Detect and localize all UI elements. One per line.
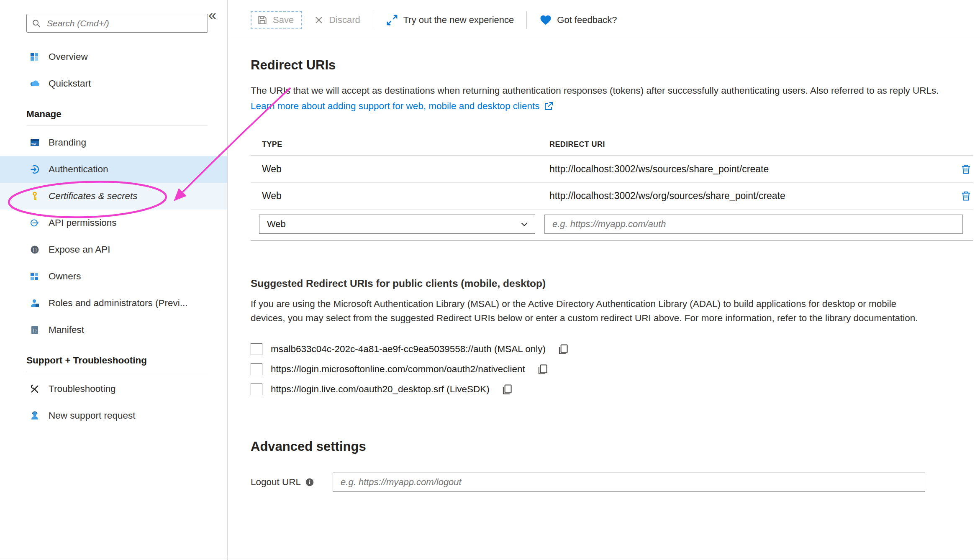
manifest-icon: { } bbox=[29, 325, 40, 335]
column-header-type: TYPE bbox=[251, 140, 549, 149]
branding-icon: ww bbox=[29, 137, 40, 148]
cell-redirect-uri: http://localhost:3002/ws/org/sources/sha… bbox=[549, 190, 947, 202]
troubleshooting-icon bbox=[29, 384, 40, 394]
save-button[interactable]: Save bbox=[251, 11, 302, 29]
copy-icon bbox=[557, 343, 569, 355]
cell-type: Web bbox=[251, 164, 549, 175]
overview-icon bbox=[29, 51, 40, 62]
external-link-icon bbox=[544, 101, 554, 111]
search-input[interactable] bbox=[46, 18, 203, 29]
redirect-description: The URIs that we will accept as destinat… bbox=[251, 84, 972, 97]
sidebar-item-certificates-secrets[interactable]: Certificates & secrets bbox=[0, 183, 227, 210]
toolbar-separator bbox=[373, 11, 373, 29]
sidebar-item-manifest[interactable]: { } Manifest bbox=[0, 317, 227, 343]
try-new-experience-icon bbox=[386, 14, 398, 26]
owners-icon bbox=[29, 271, 40, 282]
sidebar-item-label: Owners bbox=[49, 271, 81, 282]
delete-uri-button[interactable] bbox=[960, 190, 972, 202]
main-pane: Save Discard Try out the new experience bbox=[228, 0, 980, 560]
sidebar-item-authentication[interactable]: Authentication bbox=[0, 156, 227, 183]
cell-type: Web bbox=[251, 190, 549, 202]
api-permissions-icon bbox=[29, 217, 40, 228]
column-header-redirect-uri: REDIRECT URI bbox=[549, 140, 947, 149]
suggested-option-label: https://login.microsoftonline.com/common… bbox=[271, 364, 525, 375]
save-icon bbox=[257, 15, 268, 26]
sidebar-item-expose-api[interactable]: { } Expose an API bbox=[0, 236, 227, 263]
chevron-down-icon bbox=[520, 220, 529, 229]
sidebar-item-label: New support request bbox=[49, 410, 136, 421]
table-header-row: TYPE REDIRECT URI bbox=[251, 133, 973, 156]
trash-icon bbox=[960, 164, 972, 175]
cell-redirect-uri: http://localhost:3002/ws/sources/share_p… bbox=[549, 164, 947, 175]
sidebar-nav: Overview Quickstart Manage ww Branding bbox=[0, 43, 227, 429]
page-title: Redirect URIs bbox=[251, 58, 972, 73]
sidebar-item-label: Roles and administrators (Previ... bbox=[49, 298, 188, 309]
sidebar-item-quickstart[interactable]: Quickstart bbox=[0, 70, 227, 97]
info-icon[interactable] bbox=[305, 478, 314, 487]
azure-portal-page: « Overview Quickstart Manage ww Br bbox=[0, 0, 980, 560]
sidebar-item-owners[interactable]: Owners bbox=[0, 263, 227, 290]
sidebar-item-branding[interactable]: ww Branding bbox=[0, 129, 227, 156]
copy-button[interactable] bbox=[536, 363, 549, 376]
try-new-experience-label: Try out the new experience bbox=[403, 15, 514, 26]
svg-text:ww: ww bbox=[31, 142, 36, 146]
trash-icon bbox=[960, 190, 972, 202]
discard-icon bbox=[314, 15, 324, 25]
checkbox[interactable] bbox=[251, 343, 262, 355]
uri-type-selected-value: Web bbox=[267, 219, 286, 230]
table-row: Web http://localhost:3002/ws/sources/sha… bbox=[251, 156, 973, 183]
table-row: Web http://localhost:3002/ws/org/sources… bbox=[251, 183, 973, 210]
svg-text:{ }: { } bbox=[33, 248, 37, 252]
advanced-settings-title: Advanced settings bbox=[251, 439, 972, 454]
collapse-sidebar-icon[interactable]: « bbox=[208, 8, 216, 22]
sidebar-item-api-permissions[interactable]: API permissions bbox=[0, 210, 227, 236]
copy-icon bbox=[536, 363, 549, 376]
sidebar-item-label: Authentication bbox=[49, 164, 108, 175]
suggested-description: If you are using the Microsoft Authentic… bbox=[251, 297, 920, 325]
support-person-icon bbox=[29, 410, 40, 421]
discard-button[interactable]: Discard bbox=[314, 15, 360, 26]
checkbox[interactable] bbox=[251, 384, 262, 395]
sidebar-item-label: Troubleshooting bbox=[49, 384, 116, 394]
sidebar-item-troubleshooting[interactable]: Troubleshooting bbox=[0, 376, 227, 402]
sidebar-search bbox=[26, 14, 208, 33]
delete-uri-button[interactable] bbox=[960, 164, 972, 175]
new-redirect-uri-row: Web bbox=[251, 210, 973, 241]
suggested-option-row: https://login.live.com/oauth20_desktop.s… bbox=[251, 383, 972, 396]
sidebar-section-support: Support + Troubleshooting bbox=[0, 343, 227, 372]
roles-icon bbox=[29, 298, 40, 309]
save-label: Save bbox=[273, 15, 294, 26]
svg-text:{ }: { } bbox=[33, 328, 37, 332]
feedback-button[interactable]: Got feedback? bbox=[539, 14, 617, 26]
logout-url-row: Logout URL bbox=[251, 473, 972, 492]
sidebar-item-roles-administrators[interactable]: Roles and administrators (Previ... bbox=[0, 290, 227, 317]
sidebar-item-label: Expose an API bbox=[49, 244, 110, 255]
command-bar: Save Discard Try out the new experience bbox=[228, 0, 980, 40]
copy-button[interactable] bbox=[500, 383, 513, 396]
key-icon bbox=[29, 191, 40, 202]
sidebar-item-new-support-request[interactable]: New support request bbox=[0, 402, 227, 429]
new-redirect-uri-input[interactable] bbox=[544, 215, 963, 234]
bottom-divider bbox=[0, 558, 980, 558]
advanced-settings-section: Advanced settings Logout URL bbox=[251, 439, 972, 492]
sidebar-divider bbox=[26, 125, 208, 126]
suggested-option-label: msalb633c04c-202c-4a81-ae9f-cc9ea5039558… bbox=[271, 344, 546, 355]
learn-more-link[interactable]: Learn more about adding support for web,… bbox=[251, 101, 554, 112]
sidebar-divider bbox=[26, 372, 208, 372]
sidebar-item-overview[interactable]: Overview bbox=[0, 43, 227, 70]
content: Redirect URIs The URIs that we will acce… bbox=[228, 40, 980, 492]
uri-type-select[interactable]: Web bbox=[259, 215, 535, 234]
redirect-uri-table: TYPE REDIRECT URI Web http://localhost:3… bbox=[251, 133, 973, 241]
try-new-experience-button[interactable]: Try out the new experience bbox=[386, 14, 514, 26]
learn-more-label: Learn more about adding support for web,… bbox=[251, 101, 539, 112]
sidebar-item-label: Branding bbox=[49, 137, 86, 148]
toolbar-separator bbox=[526, 11, 527, 29]
copy-button[interactable] bbox=[557, 343, 569, 355]
checkbox[interactable] bbox=[251, 363, 262, 375]
suggested-option-label: https://login.live.com/oauth20_desktop.s… bbox=[271, 384, 490, 395]
suggested-title: Suggested Redirect URIs for public clien… bbox=[251, 278, 972, 289]
sidebar-item-label: Certificates & secrets bbox=[49, 191, 138, 202]
sidebar-item-label: API permissions bbox=[49, 217, 117, 228]
sidebar: « Overview Quickstart Manage ww Br bbox=[0, 0, 228, 560]
logout-url-input[interactable] bbox=[333, 473, 925, 492]
